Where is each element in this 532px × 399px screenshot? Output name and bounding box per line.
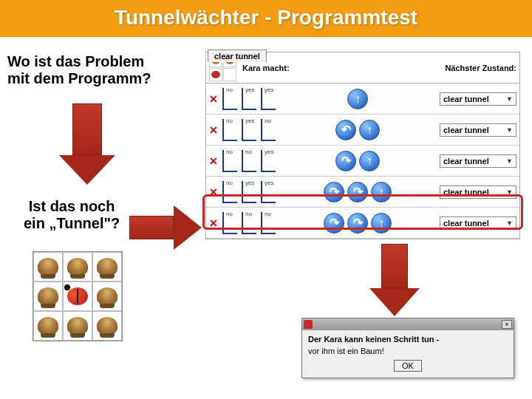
transition-row: ✕nonono↷↷↑clear tunnel▼ bbox=[206, 208, 519, 239]
transition-row: ✕noyesyes↷↷↑clear tunnel▼ bbox=[206, 177, 519, 208]
sensor-toggle[interactable]: no bbox=[222, 119, 237, 141]
arrow-right bbox=[129, 205, 202, 250]
chevron-down-icon: ▼ bbox=[506, 188, 513, 196]
sensor-toggle[interactable]: yes bbox=[242, 181, 256, 203]
world-cell bbox=[92, 252, 122, 282]
next-state-label: clear tunnel bbox=[443, 95, 489, 103]
sensor-toggle[interactable]: no bbox=[261, 119, 276, 141]
sensor-toggle[interactable]: no bbox=[222, 212, 237, 234]
dialog-close-button[interactable]: × bbox=[502, 320, 512, 329]
sensor-toggle[interactable]: no bbox=[222, 181, 237, 203]
sensor-toggle[interactable]: no bbox=[222, 150, 237, 172]
sensor-toggle[interactable]: yes bbox=[261, 88, 276, 110]
transition-row: ✕noyesyes↑clear tunnel▼ bbox=[206, 83, 519, 115]
world-cell bbox=[33, 282, 63, 311]
stump-icon bbox=[97, 317, 117, 335]
next-state-label: clear tunnel bbox=[443, 219, 489, 228]
action-up-icon[interactable]: ↑ bbox=[359, 120, 380, 140]
delete-row-icon[interactable]: ✕ bbox=[209, 217, 218, 229]
action-turn-right-icon[interactable]: ↷ bbox=[324, 182, 344, 202]
sensor-toggle[interactable]: no bbox=[242, 212, 256, 234]
stump-icon bbox=[97, 258, 117, 276]
next-state-label: clear tunnel bbox=[443, 188, 489, 197]
action-up-icon[interactable]: ↑ bbox=[371, 182, 392, 202]
delete-row-icon[interactable]: ✕ bbox=[209, 93, 218, 105]
world-cell bbox=[92, 311, 122, 341]
kara-icon bbox=[211, 71, 220, 78]
error-icon bbox=[304, 320, 313, 329]
sensor-toggle[interactable]: yes bbox=[261, 181, 276, 203]
chevron-down-icon: ▼ bbox=[506, 219, 513, 227]
stump-icon bbox=[38, 258, 58, 276]
action-up-icon[interactable]: ↑ bbox=[371, 213, 392, 233]
action-turn-left-icon[interactable]: ↶ bbox=[335, 120, 356, 140]
actions-cell: ↷↷↑ bbox=[280, 182, 435, 202]
world-cell bbox=[33, 311, 63, 341]
arrow-down-2 bbox=[369, 244, 420, 316]
question-tunnel: Ist das noch ein „Tunnel"? bbox=[24, 198, 120, 232]
program-panel: clear tunnel Kara macht: Nächster Zustan… bbox=[205, 52, 520, 239]
delete-row-icon[interactable]: ✕ bbox=[209, 124, 218, 136]
dialog-text-1: Der Kara kann keinen Schritt tun - bbox=[308, 335, 508, 344]
stump-icon bbox=[38, 317, 58, 335]
chevron-down-icon: ▼ bbox=[506, 95, 513, 103]
next-state-dropdown[interactable]: clear tunnel▼ bbox=[440, 216, 516, 230]
next-state-dropdown[interactable]: clear tunnel▼ bbox=[440, 154, 516, 168]
sensor-toggle[interactable]: no bbox=[261, 212, 276, 234]
chevron-down-icon: ▼ bbox=[506, 126, 513, 134]
sensor-toggle[interactable]: yes bbox=[242, 119, 256, 141]
state-tab[interactable]: clear tunnel bbox=[208, 50, 267, 62]
world-cell bbox=[63, 252, 92, 282]
actions-cell: ↶↑ bbox=[280, 120, 435, 140]
delete-row-icon[interactable]: ✕ bbox=[209, 155, 218, 167]
sensor-toggle[interactable]: no bbox=[222, 88, 237, 110]
sensor-toggle[interactable]: no bbox=[242, 150, 256, 172]
transition-row: ✕nonoyes↷↑clear tunnel▼ bbox=[206, 146, 519, 177]
header-next-state: Nächster Zustand: bbox=[445, 64, 516, 72]
world-cell bbox=[63, 311, 92, 341]
actions-cell: ↑ bbox=[280, 89, 435, 109]
dialog-text-2: vor ihm ist ein Baum! bbox=[308, 347, 508, 355]
kara-icon bbox=[67, 287, 88, 305]
transition-row: ✕noyesno↶↑clear tunnel▼ bbox=[206, 115, 519, 146]
stump-icon bbox=[67, 317, 88, 335]
error-dialog: × Der Kara kann keinen Schritt tun - vor… bbox=[301, 318, 514, 378]
delete-row-icon[interactable]: ✕ bbox=[209, 186, 218, 198]
dialog-titlebar: × bbox=[302, 318, 514, 330]
question-problem: Wo ist das Problem mit dem Programm? bbox=[7, 53, 151, 87]
action-turn-right-icon[interactable]: ↷ bbox=[347, 182, 368, 202]
world-cell bbox=[63, 282, 92, 311]
next-state-label: clear tunnel bbox=[443, 126, 489, 134]
action-up-icon[interactable]: ↑ bbox=[347, 89, 368, 109]
slide-title: Tunnelwächter - Programmtest bbox=[115, 6, 417, 29]
sensor-toggle[interactable]: yes bbox=[242, 88, 256, 110]
header-kara-macht: Kara macht: bbox=[242, 64, 439, 72]
next-state-label: clear tunnel bbox=[443, 157, 489, 166]
stump-icon bbox=[97, 287, 117, 305]
sensor-toggle[interactable]: yes bbox=[261, 150, 276, 172]
dialog-ok-button[interactable]: OK bbox=[394, 360, 422, 372]
action-up-icon[interactable]: ↑ bbox=[359, 151, 380, 171]
action-turn-right-icon[interactable]: ↷ bbox=[347, 213, 368, 233]
kara-world-grid bbox=[33, 251, 123, 341]
next-state-dropdown[interactable]: clear tunnel▼ bbox=[440, 92, 516, 106]
world-cell bbox=[92, 282, 122, 311]
chevron-down-icon: ▼ bbox=[506, 157, 513, 165]
stump-icon bbox=[38, 287, 58, 305]
actions-cell: ↷↑ bbox=[280, 151, 435, 171]
next-state-dropdown[interactable]: clear tunnel▼ bbox=[440, 123, 516, 137]
stump-icon bbox=[67, 258, 88, 276]
next-state-dropdown[interactable]: clear tunnel▼ bbox=[440, 185, 516, 199]
action-turn-right-icon[interactable]: ↷ bbox=[324, 213, 344, 233]
action-turn-right-icon[interactable]: ↷ bbox=[335, 151, 356, 171]
world-cell bbox=[33, 252, 63, 282]
actions-cell: ↷↷↑ bbox=[280, 213, 435, 233]
slide-title-bar: Tunnelwächter - Programmtest bbox=[0, 0, 532, 37]
